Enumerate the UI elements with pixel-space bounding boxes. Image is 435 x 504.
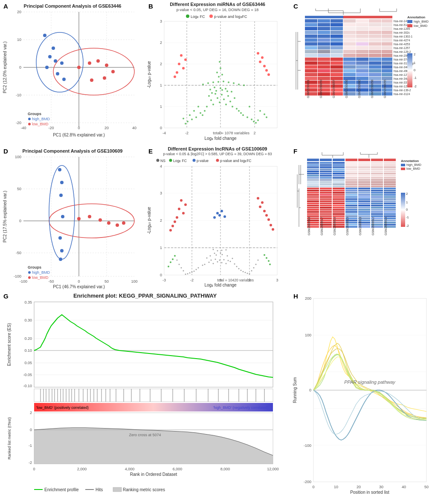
svg-point-64 [223,98,225,100]
svg-rect-159 [382,16,392,18]
svg-point-471 [263,210,266,212]
svg-rect-685 [320,215,332,217]
svg-rect-173 [382,23,392,26]
svg-text:50: 50 [104,279,109,284]
svg-point-469 [259,206,261,208]
panel-h-label: H [293,293,298,300]
svg-rect-542 [371,171,383,172]
svg-point-69 [227,95,229,97]
svg-rect-531 [320,168,332,170]
svg-rect-574 [333,181,345,183]
svg-point-419 [198,267,199,269]
svg-rect-590 [358,185,370,187]
svg-rect-244 [305,65,317,69]
svg-rect-561 [345,177,357,179]
svg-rect-201 [382,38,392,42]
svg-rect-674 [358,211,370,213]
svg-rect-647 [371,203,383,204]
svg-rect-591 [371,185,383,187]
svg-point-444 [183,270,184,272]
svg-rect-232 [331,58,343,61]
svg-text:Different Expression miRNAs of: Different Expression miRNAs of GSE63446 [170,2,265,7]
svg-point-21 [36,32,83,92]
svg-point-20 [53,48,134,95]
svg-rect-635 [307,200,319,202]
svg-point-455 [170,261,171,263]
svg-text:100: 100 [131,279,137,284]
svg-point-103 [266,116,267,118]
svg-text:NS: NS [160,159,165,163]
svg-rect-652 [345,205,357,206]
svg-rect-607 [307,192,319,194]
svg-rect-170 [343,23,356,26]
svg-point-73 [200,112,201,114]
svg-text:40: 40 [132,126,136,130]
svg-text:low_BMD: low_BMD [406,167,420,171]
svg-point-403 [204,264,206,265]
svg-point-417 [202,265,203,266]
svg-text:0: 0 [30,428,32,432]
svg-text:Enrichment score (ES): Enrichment score (ES) [7,323,12,366]
svg-point-449 [258,260,259,261]
svg-text:-20: -20 [48,126,54,130]
svg-point-464 [180,199,183,202]
svg-rect-191 [343,35,356,38]
svg-rect-628 [307,198,319,200]
svg-rect-592 [384,185,396,187]
svg-point-89 [221,89,223,91]
svg-rect-48 [164,21,277,128]
svg-text:1: 1 [414,61,415,65]
svg-rect-544 [307,173,319,174]
svg-text:hsa-mir-490: hsa-mir-490 [394,70,409,72]
svg-rect-610 [345,192,357,194]
svg-text:GSM1550055: GSM1550055 [383,80,386,98]
svg-rect-670 [307,211,319,213]
svg-rect-575 [345,181,357,183]
svg-rect-166 [382,19,392,23]
panel-f-label: F [293,148,297,155]
svg-rect-599 [384,188,396,189]
svg-rect-559 [320,177,332,179]
svg-rect-567 [333,179,345,181]
svg-rect-212 [343,46,356,49]
svg-point-109 [233,82,235,84]
svg-text:1: 1 [160,83,162,87]
svg-point-60 [225,104,227,105]
svg-rect-248 [356,65,368,69]
svg-point-119 [184,58,187,61]
svg-text:Annotation: Annotation [407,15,425,19]
svg-point-391 [193,159,196,162]
svg-rect-218 [331,50,343,53]
svg-text:hsa-mir-139-2: hsa-mir-139-2 [394,89,411,92]
svg-point-478 [169,229,172,232]
svg-text:3: 3 [160,191,162,195]
svg-rect-209 [305,46,317,49]
svg-point-93 [225,88,226,90]
svg-rect-689 [371,215,383,217]
svg-point-373 [59,258,62,261]
svg-rect-546 [333,173,345,174]
svg-rect-520 [358,164,370,166]
svg-text:100: 100 [305,333,311,337]
svg-text:hsa-mir-1257: hsa-mir-1257 [394,46,410,49]
svg-rect-681 [358,213,370,215]
svg-point-76 [240,112,242,114]
svg-rect-206 [356,42,368,46]
svg-rect-160 [305,19,317,23]
svg-rect-241 [356,61,368,65]
svg-rect-554 [345,175,357,177]
svg-point-441 [185,274,186,275]
svg-rect-612 [371,192,383,194]
svg-point-420 [236,266,238,267]
svg-rect-555 [358,175,370,177]
svg-text:low_BMD: low_BMD [32,122,49,126]
svg-point-116 [220,67,221,69]
svg-text:hsa-mir-1302-1: hsa-mir-1302-1 [394,35,412,38]
svg-text:-0.10: -0.10 [23,384,32,388]
svg-rect-538 [320,171,332,172]
svg-point-75 [202,114,203,116]
svg-rect-532 [333,168,345,170]
svg-rect-549 [371,173,383,174]
svg-point-426 [243,271,244,272]
svg-rect-223 [305,54,317,57]
